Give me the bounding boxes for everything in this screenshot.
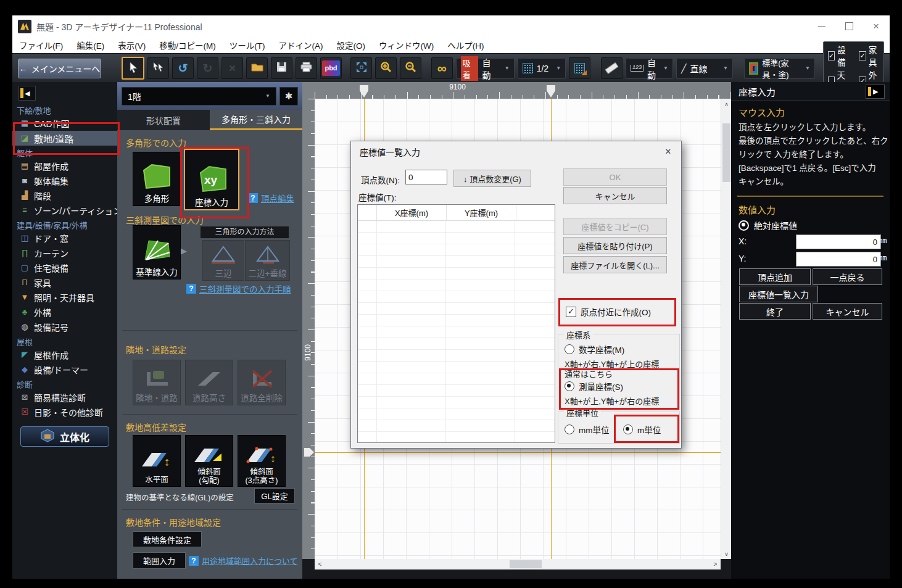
delete-button[interactable]: ✕ bbox=[221, 57, 243, 79]
finish-button[interactable]: 終了 bbox=[739, 303, 811, 320]
absolute-coordinate-radio[interactable]: 絶対座標値 bbox=[739, 219, 797, 231]
gl-setting-button[interactable]: GL設定 bbox=[254, 488, 295, 503]
horizontal-scrollbar[interactable]: < > bbox=[315, 559, 721, 569]
slope-three-points-button[interactable]: ↕ 傾斜面(3点高さ) bbox=[238, 435, 286, 487]
close-button[interactable]: × bbox=[863, 15, 890, 37]
pbd-export-button[interactable]: pbd bbox=[320, 57, 342, 79]
ok-button[interactable]: OK bbox=[563, 168, 667, 186]
scroll-up-icon[interactable]: ∧ bbox=[721, 99, 732, 109]
print-button[interactable] bbox=[296, 57, 317, 79]
layer-check-setsubi[interactable]: ✓設備 bbox=[828, 43, 848, 68]
menu-settings[interactable]: 設定(O) bbox=[330, 39, 373, 51]
menu-window[interactable]: ウィンドウ(W) bbox=[372, 39, 441, 51]
add-vertex-button[interactable]: 頂点追加 bbox=[739, 268, 811, 285]
sidebar-item-body-edit[interactable]: ◙躯体編集 bbox=[12, 173, 117, 188]
continuous-input-button[interactable]: ∞ bbox=[431, 57, 453, 79]
sidebar-item-site-road[interactable]: ◪敷地/道路 bbox=[12, 131, 117, 146]
menu-tools[interactable]: ツール(T) bbox=[223, 39, 272, 51]
floor-settings-button[interactable]: ✱ bbox=[279, 87, 298, 106]
horizontal-plane-button[interactable]: ↕ 水平面 bbox=[133, 435, 181, 487]
adjacent-road-button[interactable]: 隣地・道路 bbox=[133, 360, 181, 405]
road-height-button[interactable]: 道路高さ bbox=[185, 360, 233, 405]
coordinate-input-tool-button[interactable]: xy 座標入力 bbox=[184, 149, 239, 210]
sidebar-item-furniture[interactable]: Π家具 bbox=[12, 275, 117, 290]
three-sides-button[interactable]: 三辺 bbox=[202, 240, 244, 281]
paste-coordinates-button[interactable]: 座標値を貼り付け(P) bbox=[563, 237, 667, 254]
sidebar-item-shadow-diagnosis[interactable]: ☒日影・その他診断 bbox=[12, 405, 117, 420]
redo-button[interactable]: ↻ bbox=[197, 57, 218, 79]
menu-file[interactable]: ファイル(F) bbox=[12, 39, 70, 51]
sidebar-item-dormer[interactable]: ◆設備/ドーマー bbox=[12, 362, 117, 377]
panel-expand-button[interactable]: ▶ bbox=[866, 85, 885, 99]
sidebar-item-stairs[interactable]: ▟階段 bbox=[12, 188, 117, 203]
snap-mode-dropdown[interactable]: 吸着 自動 ▼ bbox=[456, 58, 515, 79]
scrollbar-thumb[interactable] bbox=[510, 560, 542, 568]
copy-coordinates-button[interactable]: 座標値をコピー(C) bbox=[563, 218, 667, 235]
sidebar-item-zone[interactable]: ≡ゾーン/パーティション bbox=[12, 203, 117, 218]
sidebar-item-equipment-symbol[interactable]: ◍設備記号 bbox=[12, 320, 117, 334]
floor-selector[interactable]: 1階 ▼ bbox=[122, 87, 276, 106]
back-one-point-button[interactable]: 一点戻る bbox=[813, 268, 882, 285]
coordinate-table[interactable]: X座標(m) Y座標(m) bbox=[357, 204, 555, 443]
math-coordinate-radio[interactable]: 数学座標(M) bbox=[565, 343, 624, 355]
fit-view-button[interactable] bbox=[350, 57, 372, 79]
slope-gradient-button[interactable]: 傾斜面(勾配) bbox=[185, 435, 233, 487]
sidebar-item-cad[interactable]: ▦CAD作図 bbox=[12, 116, 117, 131]
render-mode-dropdown[interactable]: 標準(家具・塗) ▼ bbox=[744, 58, 815, 79]
scroll-left-icon[interactable]: < bbox=[315, 559, 325, 569]
open-file-button[interactable] bbox=[246, 57, 268, 79]
scroll-down-icon[interactable]: ∨ bbox=[721, 549, 732, 559]
tab-polygon-sansha[interactable]: 多角形・三斜入力 bbox=[210, 110, 302, 130]
undo-button[interactable]: ↺ bbox=[172, 57, 194, 79]
grid-scale-dropdown[interactable]: 1/2 ▼ bbox=[518, 58, 566, 79]
y-coordinate-field[interactable] bbox=[796, 252, 881, 267]
zoom-out-button[interactable] bbox=[400, 57, 421, 79]
scroll-right-icon[interactable]: > bbox=[710, 559, 721, 569]
cancel-button[interactable]: キャンセル bbox=[813, 303, 882, 320]
zoom-in-button[interactable] bbox=[375, 57, 397, 79]
dimension-mode-dropdown[interactable]: 123 自動 ▼ bbox=[626, 58, 673, 79]
x-coordinate-field[interactable] bbox=[796, 234, 881, 249]
sidebar-item-housing-equipment[interactable]: ▢住宅設備 bbox=[12, 260, 117, 275]
vertex-count-field[interactable] bbox=[405, 170, 447, 184]
select-tool-button[interactable] bbox=[122, 57, 144, 80]
baseline-input-button[interactable]: 基準線入力 bbox=[133, 225, 181, 280]
menu-addin[interactable]: アドイン(A) bbox=[272, 39, 330, 51]
sidebar-item-door-window[interactable]: ◫ドア・窓 bbox=[12, 231, 117, 246]
solidify-3d-button[interactable]: 立体化 bbox=[20, 426, 109, 447]
dialog-cancel-button[interactable]: キャンセル bbox=[563, 187, 667, 204]
survey-coordinate-radio[interactable]: 測量座標(S) bbox=[565, 380, 623, 392]
sidebar-item-curtain[interactable]: ∏カーテン bbox=[12, 246, 117, 260]
sidebar-item-roof[interactable]: ◤屋根作成 bbox=[12, 347, 117, 362]
menu-view[interactable]: 表示(V) bbox=[111, 39, 152, 51]
coordinate-list-input-button[interactable]: 座標値一覧入力 bbox=[739, 286, 818, 302]
change-vertex-count-button[interactable]: ↓ 頂点数変更(G) bbox=[453, 170, 531, 187]
sidebar-item-exterior[interactable]: ♣外構 bbox=[12, 305, 117, 320]
zoning-help-link[interactable]: ? 用途地域範囲入力について bbox=[189, 555, 298, 566]
sidebar-collapse-button[interactable]: ◀ bbox=[19, 86, 36, 101]
scrollbar-thumb[interactable] bbox=[722, 123, 730, 182]
create-near-origin-checkbox[interactable]: ✓ 原点付近に作成(O) bbox=[566, 305, 651, 318]
menu-move-copy[interactable]: 移動/コピー(M) bbox=[152, 39, 223, 51]
sidebar-item-lighting[interactable]: ▼照明・天井器具 bbox=[12, 290, 117, 305]
main-menu-button[interactable]: ← メインメニューへ bbox=[18, 59, 101, 78]
menu-help[interactable]: ヘルプ(H) bbox=[441, 39, 490, 51]
line-type-dropdown[interactable]: ╱ 直線 ▼ bbox=[676, 58, 733, 79]
polygon-tool-button[interactable]: 多角形 bbox=[133, 152, 181, 206]
vertical-scrollbar[interactable]: ∧ ∨ bbox=[721, 99, 732, 559]
layer-check-kagu[interactable]: ✓家具 bbox=[859, 43, 879, 68]
measure-tool-button[interactable] bbox=[601, 57, 623, 79]
dialog-close-button[interactable]: × bbox=[655, 141, 681, 162]
grid-setting-button[interactable] bbox=[569, 57, 590, 79]
minimize-button[interactable] bbox=[808, 15, 835, 37]
tab-shape-layout[interactable]: 形状配置 bbox=[117, 110, 210, 130]
maximize-button[interactable] bbox=[835, 15, 863, 37]
sidebar-item-structure-diagnosis[interactable]: ⊠簡易構造診断 bbox=[12, 390, 117, 405]
save-button[interactable] bbox=[271, 57, 292, 79]
vertex-edit-help-link[interactable]: ? 頂点編集 bbox=[248, 192, 294, 204]
menu-edit[interactable]: 編集(E) bbox=[70, 39, 111, 51]
sansha-help-link[interactable]: ? 三斜測量図での入力手順 bbox=[186, 283, 291, 295]
two-sides-perpendicular-button[interactable]: 二辺+垂線 bbox=[245, 240, 290, 281]
m-unit-radio[interactable]: m単位 bbox=[623, 423, 661, 436]
mm-unit-radio[interactable]: mm単位 bbox=[565, 423, 610, 436]
